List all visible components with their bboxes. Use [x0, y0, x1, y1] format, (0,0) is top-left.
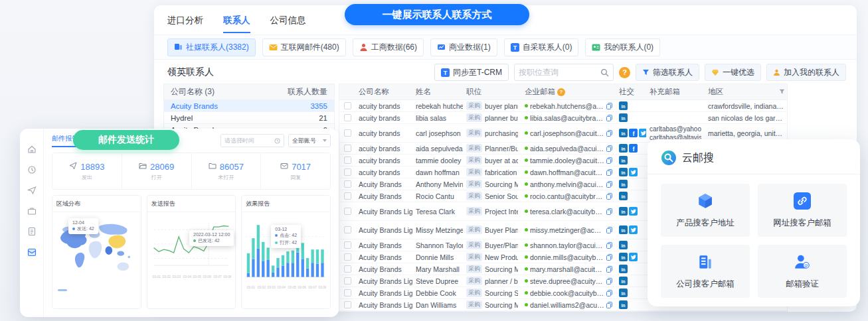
effect-report-chart[interactable]: 效果报告 03-0103-0203-0303-0403-0503-0603-07…: [241, 195, 331, 309]
twitter-icon[interactable]: [629, 225, 638, 234]
row-checkbox[interactable]: [344, 180, 351, 188]
gem-icon: [711, 69, 719, 76]
copy-icon[interactable]: [606, 115, 612, 121]
linkedin-icon[interactable]: in: [619, 192, 628, 200]
copy-icon[interactable]: [606, 130, 612, 137]
copy-icon[interactable]: [606, 193, 612, 200]
history-clock-icon[interactable]: [27, 165, 37, 174]
linkedin-icon[interactable]: in: [619, 129, 628, 137]
region-filter-icon[interactable]: [779, 89, 785, 95]
search-input[interactable]: [519, 68, 598, 77]
linkedin-icon[interactable]: in: [619, 253, 628, 261]
cloud-mail-search-panel: 云邮搜 产品搜客户地址 网址搜客户邮箱 公司搜客户邮箱 @ 邮箱验证: [648, 139, 860, 306]
source-chip[interactable]: 商业数据(1): [430, 38, 497, 56]
copy-icon[interactable]: [606, 290, 612, 296]
twitter-icon[interactable]: [629, 168, 638, 176]
copy-icon[interactable]: [606, 266, 612, 273]
row-checkbox[interactable]: [344, 157, 351, 164]
table-row[interactable]: acuity brands rebekah hutchens 采购 buyer …: [339, 100, 787, 112]
cloud-tile[interactable]: @ 邮箱验证: [758, 245, 847, 298]
source-chip[interactable]: 互联网邮件(480): [262, 38, 346, 56]
copy-icon[interactable]: [606, 242, 612, 249]
send-plane-icon[interactable]: [27, 186, 37, 195]
copy-icon[interactable]: [606, 169, 612, 176]
source-chip[interactable]: 我的联系人(0): [585, 38, 660, 56]
date-picker[interactable]: 请选择时间: [220, 134, 284, 147]
social-cell: in: [616, 101, 646, 110]
copy-icon[interactable]: [606, 103, 612, 109]
row-checkbox[interactable]: [344, 265, 351, 273]
linkedin-icon[interactable]: in: [619, 144, 628, 153]
filter-contacts-button[interactable]: 筛选联系人: [636, 64, 699, 81]
row-checkbox[interactable]: [344, 145, 351, 152]
row-checkbox[interactable]: [344, 102, 351, 109]
linkedin-icon[interactable]: in: [619, 113, 628, 122]
linkedin-icon[interactable]: in: [619, 101, 628, 110]
add-to-my-contacts-button[interactable]: 加入我的联系人: [766, 64, 846, 81]
twitter-icon[interactable]: [639, 129, 646, 137]
copy-icon[interactable]: [606, 254, 612, 261]
linkedin-icon[interactable]: in: [619, 225, 628, 234]
region-map-chart[interactable]: 区域分布: [52, 195, 141, 309]
send-report-chart[interactable]: 发送报告 03-0103-0203-0303-0403-0503-0603-07…: [147, 195, 236, 309]
linkedin-icon[interactable]: in: [619, 156, 628, 164]
account-select[interactable]: 全部账号: [288, 134, 331, 147]
row-checkbox[interactable]: [344, 241, 351, 249]
search-icon[interactable]: [600, 68, 609, 77]
row-checkbox[interactable]: [344, 301, 351, 308]
twitter-icon[interactable]: [629, 207, 638, 216]
copy-icon[interactable]: [606, 157, 612, 164]
email-help-icon[interactable]: ?: [557, 88, 565, 96]
row-checkbox[interactable]: [344, 226, 351, 233]
help-badge-icon[interactable]: ?: [619, 67, 630, 78]
tab-company-info[interactable]: 公司信息: [270, 15, 306, 33]
home-icon[interactable]: [27, 145, 37, 154]
copy-icon[interactable]: [606, 181, 612, 188]
copy-icon[interactable]: [606, 145, 612, 152]
calendar-mail-icon[interactable]: [27, 247, 37, 257]
cloud-tile[interactable]: 公司搜客户邮箱: [661, 245, 750, 298]
linkedin-icon[interactable]: in: [619, 265, 628, 273]
source-chip[interactable]: T 自采联系人(0): [504, 38, 579, 56]
row-checkbox[interactable]: [344, 289, 351, 296]
facebook-icon[interactable]: f: [629, 129, 638, 137]
row-checkbox[interactable]: [344, 277, 351, 285]
map-zoom-control[interactable]: [58, 289, 67, 291]
tab-import-analysis[interactable]: 进口分析: [167, 15, 203, 33]
one-click-optimize-button[interactable]: 一键优选: [705, 64, 761, 81]
company-row[interactable]: Hydrel 21: [164, 112, 334, 124]
show-contact-methods-pill[interactable]: 一键展示联系人联系方式: [345, 4, 529, 25]
linkedin-icon[interactable]: in: [619, 207, 628, 216]
twitter-icon[interactable]: [629, 253, 638, 261]
linkedin-icon[interactable]: in: [619, 300, 628, 309]
copy-icon[interactable]: [606, 208, 612, 215]
linkedin-icon[interactable]: in: [619, 241, 628, 249]
company-row[interactable]: Acuity Brands 3355: [164, 100, 334, 112]
linkedin-icon[interactable]: in: [619, 277, 628, 285]
copy-icon[interactable]: [606, 227, 612, 233]
briefcase-icon[interactable]: [27, 206, 37, 216]
row-checkbox[interactable]: [344, 208, 351, 215]
row-checkbox[interactable]: [344, 129, 351, 137]
header-name: 姓名: [412, 87, 463, 97]
source-chip[interactable]: 社媒联系人(3382): [167, 38, 256, 56]
linkedin-icon[interactable]: in: [619, 180, 628, 188]
row-checkbox[interactable]: [344, 114, 351, 121]
svg-text:in: in: [621, 243, 625, 248]
cloud-tile[interactable]: 产品搜客户地址: [661, 184, 750, 237]
row-checkbox[interactable]: [344, 168, 351, 176]
copy-icon[interactable]: [606, 278, 612, 285]
row-checkbox[interactable]: [344, 253, 351, 261]
mail-stats-pill: 邮件发送统计: [73, 130, 179, 150]
copy-icon[interactable]: [606, 302, 612, 308]
sync-tcrm-button[interactable]: T 同步至T-CRM: [434, 64, 509, 81]
cloud-tile[interactable]: 网址搜客户邮箱: [758, 184, 847, 237]
tab-contacts[interactable]: 联系人: [223, 15, 250, 33]
source-chip[interactable]: 工商数据(66): [353, 38, 424, 56]
facebook-icon[interactable]: f: [629, 144, 638, 153]
linkedin-icon[interactable]: in: [619, 289, 628, 297]
table-row[interactable]: acuity brands libia salas 采购 planner buy…: [339, 112, 787, 124]
report-doc-icon[interactable]: [27, 227, 37, 236]
row-checkbox[interactable]: [344, 192, 351, 200]
linkedin-icon[interactable]: in: [619, 168, 628, 176]
